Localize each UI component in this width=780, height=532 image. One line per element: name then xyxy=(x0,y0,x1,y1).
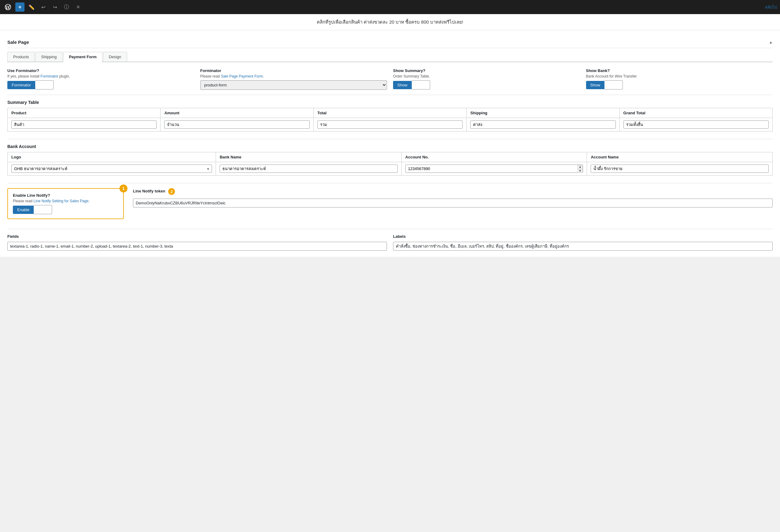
sale-page-header: Sale Page ▲ xyxy=(7,37,773,48)
spinner-up[interactable]: ▲ xyxy=(578,165,582,168)
line-token-input[interactable] xyxy=(133,199,773,207)
show-bank-col: Show Bank? Bank Account for Wire Transfe… xyxy=(586,68,773,90)
bank-table: Logo Bank Name Account No. Account Name … xyxy=(7,152,773,176)
total-input[interactable] xyxy=(318,120,462,129)
show-summary-col: Show Summary? Order Summary Table. Show xyxy=(393,68,580,90)
switch-link[interactable]: สลับไป xyxy=(765,4,777,10)
tab-products[interactable]: Products xyxy=(7,52,35,62)
promo-banner: คลิกที่รูปเพื่อเลือกสินค้า ค่าส่งขวดละ 2… xyxy=(0,14,780,30)
grand-total-input[interactable] xyxy=(624,120,769,129)
bank-logo-select[interactable]: GHB ธนาคารอาคารสงเคราะห์ xyxy=(11,164,212,173)
use-forminator-desc: If yes, please install Forminator plugin… xyxy=(7,74,194,79)
undo-button[interactable]: ↩ xyxy=(39,2,48,12)
account-name-input[interactable] xyxy=(591,164,769,173)
line-notify-row: 1 Enable Line Notify? Please read Line N… xyxy=(7,188,773,224)
redo-button[interactable]: ↪ xyxy=(50,2,59,12)
line-token-label: Line Notify token 2 xyxy=(133,188,773,195)
col-account-name: Account Name xyxy=(587,152,773,162)
forminator-link[interactable]: Forminator xyxy=(40,74,58,79)
labels-label: Labels xyxy=(393,234,773,239)
labels-col: Labels xyxy=(393,234,773,251)
line-notify-badge: 1 xyxy=(119,185,128,192)
col-logo: Logo xyxy=(8,152,216,162)
line-token-badge: 2 xyxy=(168,188,175,195)
account-no-input[interactable] xyxy=(405,164,583,173)
col-grand-total: Grand Total xyxy=(620,108,772,118)
tab-payment-form[interactable]: Payment Form xyxy=(63,52,102,62)
fields-labels-row: Fields Labels xyxy=(7,234,773,251)
use-forminator-label: Use Forminator? xyxy=(7,68,194,73)
fields-label: Fields xyxy=(7,234,387,239)
col-account-no: Account No. xyxy=(401,152,587,162)
enable-line-notify-label: Enable Line Notify? xyxy=(13,193,118,198)
enable-line-notify-toggle-row: Enable xyxy=(13,205,118,214)
bank-name-input[interactable] xyxy=(220,164,398,173)
tab-design[interactable]: Design xyxy=(103,52,127,62)
add-button[interactable]: + xyxy=(15,2,25,12)
amount-input[interactable] xyxy=(164,120,309,129)
show-bank-label: Show Bank? xyxy=(586,68,773,73)
show-summary-label: Show Summary? xyxy=(393,68,580,73)
info-button[interactable]: ⓘ xyxy=(62,2,71,12)
spinner-down[interactable]: ▼ xyxy=(578,169,582,173)
account-no-wrap: ▲ ▼ xyxy=(405,164,583,173)
enable-line-notify-toggle-box xyxy=(34,205,52,214)
show-summary-toggle-row: Show xyxy=(393,80,580,90)
collapse-icon[interactable]: ▲ xyxy=(769,40,773,44)
show-summary-button[interactable]: Show xyxy=(393,81,412,89)
sale-page-title: Sale Page xyxy=(7,40,29,45)
wordpress-logo xyxy=(3,2,13,12)
top-settings-row: Use Forminator? If yes, please install F… xyxy=(7,68,773,90)
use-forminator-col: Use Forminator? If yes, please install F… xyxy=(7,68,194,90)
forminator-toggle-box xyxy=(35,80,54,90)
col-total: Total xyxy=(313,108,466,118)
product-input[interactable] xyxy=(11,120,156,129)
bank-account-title: Bank Account xyxy=(7,144,773,149)
col-product: Product xyxy=(8,108,160,118)
col-bank-name: Bank Name xyxy=(216,152,402,162)
tabs-row: Products Shipping Payment Form Design xyxy=(7,52,773,62)
fields-input[interactable] xyxy=(7,242,387,251)
main-content: Sale Page ▲ Products Shipping Payment Fo… xyxy=(0,30,780,257)
col-amount: Amount xyxy=(160,108,313,118)
show-summary-desc: Order Summary Table. xyxy=(393,74,580,79)
show-bank-toggle-row: Show xyxy=(586,80,773,90)
logo-select-wrap: GHB ธนาคารอาคารสงเคราะห์ xyxy=(11,164,212,173)
top-toolbar: + ✏️ ↩ ↪ ⓘ ≡ สลับไป xyxy=(0,0,780,14)
summary-table-title: Summary Table xyxy=(7,100,773,105)
menu-button[interactable]: ≡ xyxy=(74,2,83,12)
forminator-toggle-button[interactable]: Forminator xyxy=(7,81,35,89)
bank-row: GHB ธนาคารอาคารสงเคราะห์ ▲ ▼ xyxy=(8,162,773,176)
edit-icon-button[interactable]: ✏️ xyxy=(27,2,36,12)
line-token-section: Line Notify token 2 xyxy=(133,188,773,207)
show-bank-desc: Bank Account for Wire Transfer xyxy=(586,74,773,79)
table-row xyxy=(8,118,773,132)
line-notify-link[interactable]: Line Notify Setting for Sales Page xyxy=(33,199,88,203)
enable-line-notify-button[interactable]: Enable xyxy=(13,206,34,214)
spinner-buttons: ▲ ▼ xyxy=(578,165,582,173)
summary-table: Product Amount Total Shipping Grand Tota… xyxy=(7,108,773,132)
enable-line-notify-desc: Please read Line Notify Setting for Sale… xyxy=(13,199,118,203)
show-summary-toggle-box xyxy=(412,80,430,90)
bank-account-section: Bank Account Logo Bank Name Account No. … xyxy=(7,144,773,176)
col-shipping: Shipping xyxy=(467,108,620,118)
forminator-toggle-row: Forminator xyxy=(7,80,194,90)
forminator-dropdown[interactable]: product-form xyxy=(200,80,387,90)
labels-input[interactable] xyxy=(393,242,773,251)
enable-line-notify-section: 1 Enable Line Notify? Please read Line N… xyxy=(7,188,124,219)
show-bank-toggle-box xyxy=(604,80,623,90)
show-bank-button[interactable]: Show xyxy=(586,81,605,89)
forminator-section-desc: Please read Sale Page Payment Form. xyxy=(200,74,387,79)
summary-table-section: Summary Table Product Amount Total Shipp… xyxy=(7,100,773,132)
shipping-input[interactable] xyxy=(470,120,616,129)
sale-page-payment-form-link[interactable]: Sale Page Payment Form xyxy=(221,74,263,79)
forminator-section-label: Forminator xyxy=(200,68,387,73)
tab-shipping[interactable]: Shipping xyxy=(35,52,62,62)
fields-col: Fields xyxy=(7,234,387,251)
forminator-dropdown-col: Forminator Please read Sale Page Payment… xyxy=(200,68,387,90)
